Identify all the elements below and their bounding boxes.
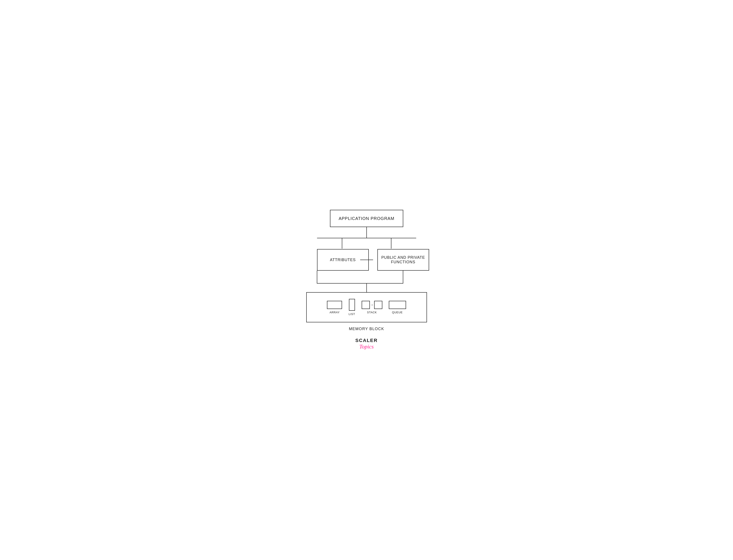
queue-shape — [389, 301, 406, 309]
mid-row: ATTRIBUTES PUBLIC AND PRIVATE FUNCTIONS — [291, 249, 442, 271]
array-item: ARRAY — [327, 301, 342, 314]
array-shape — [327, 301, 342, 309]
stack-item: → STACK — [362, 301, 382, 314]
lower-fork-bar — [317, 283, 403, 284]
array-label: ARRAY — [330, 311, 340, 314]
queue-label: QUEUE — [392, 311, 402, 314]
stack-arrow-icon: → — [370, 303, 374, 307]
scaler-logo: SCALER Topics — [356, 338, 378, 350]
line-pub-down — [403, 271, 403, 284]
list-label: LIST — [349, 312, 355, 316]
app-program-box: APPLICATION PROGRAM — [291, 210, 442, 249]
lower-lines-container — [291, 271, 442, 284]
list-shape — [349, 299, 355, 311]
stack-label: STACK — [367, 311, 377, 314]
horizontal-connector — [360, 260, 373, 260]
topics-text: Topics — [359, 343, 374, 350]
line-center-down — [366, 284, 367, 292]
scaler-text: SCALER — [356, 338, 378, 343]
memory-block-box: ARRAY LIST → STACK QUEUE — [306, 292, 427, 322]
public-private-box: PUBLIC AND PRIVATE FUNCTIONS — [377, 249, 429, 271]
stack-shape: → — [362, 301, 382, 309]
stack-right-box — [374, 301, 382, 309]
list-item: LIST — [349, 299, 355, 316]
memory-block-label: MEMORY BLOCK — [349, 327, 384, 331]
public-private-container: PUBLIC AND PRIVATE FUNCTIONS — [377, 249, 429, 271]
diagram-container: APPLICATION PROGRAM ATTRIBUTES PUBLIC AN… — [291, 210, 442, 350]
queue-item: QUEUE — [389, 301, 406, 314]
app-program-label: APPLICATION PROGRAM — [330, 210, 403, 227]
line-app-to-fork — [366, 227, 367, 238]
stack-left-box — [362, 301, 370, 309]
line-attr-down — [317, 271, 317, 284]
fork-spacer — [291, 238, 442, 249]
